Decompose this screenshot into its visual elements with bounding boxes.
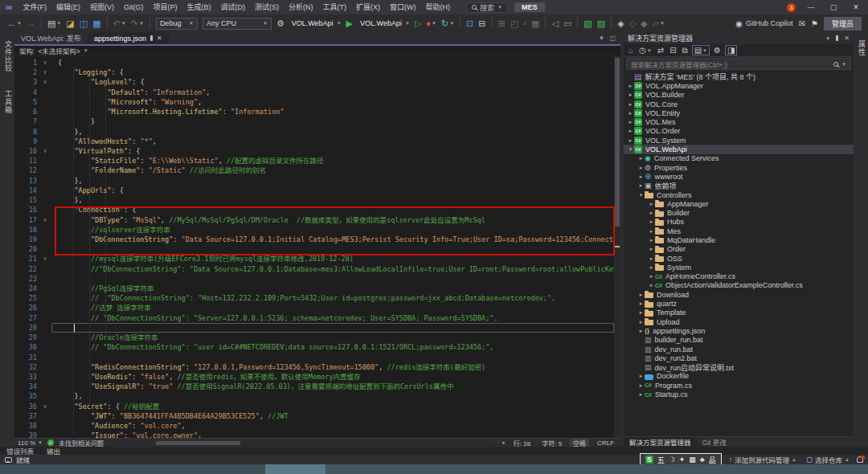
code-line-36[interactable]: 36∨ "Secret": { //秘钥配置: [14, 402, 614, 411]
status-line[interactable]: 行: 28: [510, 439, 534, 447]
start-debugging-label[interactable]: VOL.WebApi▼: [356, 16, 411, 31]
chevron-right-icon[interactable]: ▸: [648, 264, 655, 271]
tree-item-Download[interactable]: ▸Download: [624, 290, 854, 299]
menu-项目P[interactable]: 项目(P): [149, 0, 182, 14]
chevron-right-icon[interactable]: ▸: [627, 83, 634, 89]
chevron-right-icon[interactable]: ▸: [648, 273, 655, 280]
collapse-all-icon[interactable]: ⊟: [668, 46, 678, 55]
chevron-right-icon[interactable]: ▸: [648, 210, 655, 216]
tree-item-VOL.WebApi[interactable]: ▾C#VOL.WebApi: [624, 145, 854, 153]
chevron-right-icon[interactable]: ▸: [627, 101, 634, 108]
code-line-10[interactable]: 10∨ "VirtualPath": {: [14, 146, 614, 156]
fold-collapse-icon[interactable]: ∨: [39, 58, 51, 67]
menu-分析N[interactable]: 分析(N): [284, 0, 318, 14]
tree-item-VOL.Mes[interactable]: ▸C#VOL.Mes: [624, 117, 854, 126]
tree-item-Connected Services[interactable]: ▸◉Connected Services: [624, 154, 854, 163]
launch-profile-gear-icon[interactable]: ⚙: [275, 16, 286, 31]
document-health-icon[interactable]: ✓: [47, 439, 54, 446]
fold-collapse-icon[interactable]: ∨: [39, 254, 51, 264]
panel-tab-解决方案资源管理器[interactable]: 解决方案资源管理器: [624, 437, 697, 447]
wubi-mode-icon[interactable]: 五: [657, 455, 665, 465]
chevron-right-icon[interactable]: ▸: [627, 128, 634, 134]
menu-窗口W[interactable]: 窗口(W): [385, 0, 421, 14]
bookmark-icon[interactable]: ◈: [616, 16, 625, 31]
night-mode-icon[interactable]: ☽: [669, 456, 675, 464]
restart-icon[interactable]: ↻▼: [440, 16, 456, 31]
admin-button[interactable]: 管理员: [824, 17, 862, 31]
chevron-right-icon[interactable]: ▸: [637, 319, 645, 325]
chevron-down-icon[interactable]: ▾: [637, 192, 645, 198]
fold-collapse-icon[interactable]: ∨: [39, 402, 51, 411]
platform-dropdown[interactable]: Any CPU▼: [203, 18, 272, 30]
tree-item-VOL.Entity[interactable]: ▸C#VOL.Entity: [624, 108, 854, 117]
code-line-35[interactable]: 35 },: [14, 391, 614, 401]
code-line-22[interactable]: 22 //"DbConnectionString": "Data Source=…: [14, 264, 614, 274]
code-line-8[interactable]: 8 },: [14, 127, 614, 137]
split-window-icon[interactable]: ⊞: [497, 16, 507, 31]
tree-item-Mes[interactable]: ▸Mes: [624, 227, 854, 235]
code-line-15[interactable]: 15 },: [14, 195, 614, 205]
menu-编辑E[interactable]: 编辑(E): [51, 0, 85, 14]
close-button[interactable]: ✕: [849, 3, 863, 11]
new-window-icon[interactable]: ◰: [509, 16, 520, 31]
caret-down-icon[interactable]: ▼: [599, 35, 605, 42]
uncomment-icon[interactable]: ▨: [596, 16, 607, 31]
open-folder-icon[interactable]: ◪: [64, 16, 76, 31]
code-line-38[interactable]: 38 "Audience": "vol.core",: [14, 421, 614, 431]
status-eol[interactable]: CRLF: [594, 439, 617, 447]
scroll-right-arrow-icon[interactable]: ▸: [502, 439, 506, 446]
new-project-icon[interactable]: ▤▼: [46, 16, 63, 31]
fold-collapse-icon[interactable]: ∨: [39, 146, 51, 156]
fold-collapse-icon[interactable]: ∨: [39, 77, 51, 87]
minimize-button[interactable]: —: [804, 3, 818, 11]
chevron-right-icon[interactable]: ▸: [627, 92, 634, 98]
next-bookmark-icon[interactable]: ◆: [639, 16, 649, 31]
sync-solution-explorer-icon[interactable]: ⊟: [477, 16, 487, 31]
properties-window-icon[interactable]: ⧉: [681, 46, 690, 55]
tree-item-ObjectActionValidatorExampleController.cs[interactable]: ▸C#ObjectActionValidatorExampleControlle…: [624, 281, 854, 290]
tree-item-VOL.Order[interactable]: ▸C#VOL.Order: [624, 127, 854, 136]
tree-item-Order[interactable]: ▸Order: [624, 245, 854, 254]
navigate-forward-icon[interactable]: →: [25, 16, 37, 31]
code-line-37[interactable]: 37 "JWT": "BB3647441FFA4B5DB4E64A29B53CE…: [14, 411, 614, 421]
menu-生成B[interactable]: 生成(B): [182, 0, 216, 14]
panel-tab-Git 更改[interactable]: Git 更改: [697, 437, 732, 447]
code-line-29[interactable]: 29 //Oracle连接字符串: [14, 333, 614, 342]
chevron-right-icon[interactable]: ▸: [637, 292, 645, 298]
tree-item-VOL.AppManager[interactable]: ▸C#VOL.AppManager: [624, 81, 854, 90]
tree-item-appsettings.json[interactable]: ▸{}appsettings.json: [624, 326, 854, 335]
hot-reload-icon[interactable]: ♦▼: [424, 16, 438, 31]
pending-changes-icon[interactable]: ◷▼: [637, 46, 653, 55]
editor-horizontal-scrollbar[interactable]: [112, 440, 494, 446]
report-problem-icon[interactable]: ⚑: [811, 19, 818, 28]
tree-item-Dockerfile[interactable]: ▸Dockerfile: [624, 372, 854, 381]
tree-item-Controllers[interactable]: ▾Controllers: [624, 190, 854, 199]
code-line-27[interactable]: 27 // "DbConnectionString": "Server=127.…: [14, 313, 614, 323]
code-line-4[interactable]: 4 "Default": "Information",: [14, 88, 614, 97]
code-line-2[interactable]: 2∨ "Logging": {: [14, 67, 614, 77]
scrollbar-thumb[interactable]: [615, 58, 620, 227]
chevron-right-icon[interactable]: ▸: [648, 228, 655, 235]
prev-bookmark-icon[interactable]: ◇: [628, 16, 637, 31]
chevron-right-icon[interactable]: ▸: [648, 282, 655, 288]
menu-工具T[interactable]: 工具(T): [318, 0, 352, 14]
chevron-right-icon[interactable]: ▸: [637, 155, 645, 161]
code-line-1[interactable]: 1∨{: [14, 58, 614, 67]
solution-name-badge[interactable]: MES: [514, 2, 545, 12]
document-tab-appsettings.json[interactable]: appsettings.json✕: [88, 32, 169, 44]
side-tab-文件比较[interactable]: 文件比较: [3, 35, 14, 77]
notification-badge[interactable]: 3: [787, 3, 796, 12]
tree-item-Template[interactable]: ▸Template: [624, 309, 854, 317]
tree-item-dev_run启动异常说明.txt[interactable]: ▤dev_run启动异常说明.txt: [624, 363, 854, 372]
chevron-right-icon[interactable]: ▸: [637, 174, 645, 180]
code-line-14[interactable]: 14 "AppUrls": {: [14, 186, 614, 195]
tree-item-依赖项[interactable]: ▸▣依赖项: [624, 182, 854, 190]
soft-keyboard-icon[interactable]: ▦: [689, 456, 696, 464]
menu-视图V[interactable]: 视图(V): [85, 0, 119, 14]
code-line-24[interactable]: 24 //PgSql连接字符串: [14, 284, 614, 293]
show-all-files-icon[interactable]: ▤▼: [692, 45, 710, 55]
code-line-31[interactable]: 31: [14, 353, 614, 362]
code-line-32[interactable]: 32 "RedisConnectionString": "127.0.0.1,P…: [14, 362, 614, 372]
tree-item-VOL.Core[interactable]: ▸C#VOL.Core: [624, 100, 854, 108]
code-line-30[interactable]: 30 // "DbConnectionString": "user id=C##…: [14, 342, 614, 352]
